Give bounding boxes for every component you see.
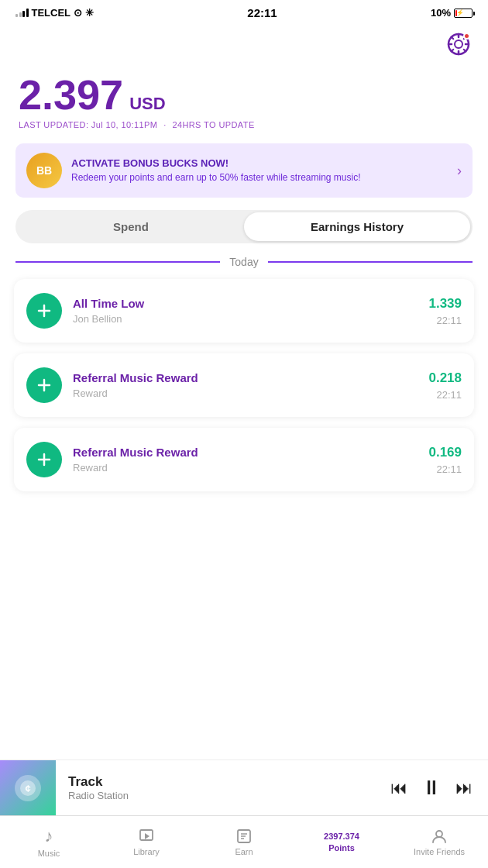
coin-icon: ¢ <box>19 780 36 797</box>
next-button[interactable]: ⏭ <box>455 778 473 798</box>
earn-card-3[interactable]: Referral Music Reward Reward 0.169 22:11 <box>14 428 474 491</box>
track-thumb-icon: ¢ <box>15 775 41 801</box>
svg-line-7 <box>464 50 466 52</box>
tab-spend[interactable]: Spend <box>18 212 244 241</box>
earn-time-3: 22:11 <box>428 463 462 475</box>
status-right: 10% ⚡ <box>431 7 473 19</box>
nav-library-label: Library <box>133 847 160 856</box>
settings-button[interactable] <box>443 29 474 60</box>
points-nav-icon: 2397.374 <box>324 832 359 841</box>
nav-earn[interactable]: Earn <box>195 816 293 868</box>
balance-currency: USD <box>129 94 165 114</box>
status-left: TELCEL ⊙ ✳ <box>15 7 94 19</box>
earn-time-2: 22:11 <box>428 389 462 401</box>
today-label: Today <box>229 256 258 268</box>
status-bar: TELCEL ⊙ ✳ 22:11 10% ⚡ <box>0 0 488 24</box>
nav-points[interactable]: 2397.374 Points <box>293 816 390 868</box>
svg-line-6 <box>452 37 454 40</box>
nav-music-label: Music <box>38 849 60 858</box>
earn-subtitle-1: Jon Bellion <box>73 313 418 325</box>
earn-amount-2: 0.218 <box>428 370 462 386</box>
balance-display: 2.397 USD <box>19 74 469 115</box>
balance-amount: 2.397 <box>19 74 123 115</box>
battery-percent: 10% <box>431 7 451 19</box>
update-info: 24HRS TO UPDATE <box>172 120 254 129</box>
bonus-banner[interactable]: BB ACTIVATE BONUS BUCKS NOW! Redeem your… <box>15 143 473 198</box>
music-nav-icon: ♪ <box>45 826 53 846</box>
svg-line-9 <box>452 50 454 52</box>
plus-icon <box>36 377 53 394</box>
svg-point-24 <box>436 831 442 837</box>
bottom-nav: ♪ Music Library Earn 2397.374 Points <box>0 815 488 868</box>
balance-updated-row: LAST UPDATED: Jul 10, 10:11PM · 24HRS TO… <box>19 120 469 129</box>
now-playing-bar: ¢ Track Radio Station ⏮ ⏸ ⏭ <box>0 760 488 815</box>
svg-marker-19 <box>145 833 149 839</box>
nav-points-label: Points <box>328 843 355 852</box>
bonus-avatar-text: BB <box>36 164 52 177</box>
earn-info-3: Referral Music Reward Reward <box>73 446 418 474</box>
charging-icon: ⚡ <box>456 9 464 16</box>
library-nav-icon <box>138 828 155 845</box>
track-name: Track <box>68 774 378 790</box>
update-separator: · <box>163 120 166 129</box>
plus-icon <box>36 451 53 468</box>
today-divider: Today <box>15 256 473 268</box>
earn-value-3: 0.169 22:11 <box>428 445 462 475</box>
earn-card-2[interactable]: Referral Music Reward Reward 0.218 22:11 <box>14 353 474 417</box>
earn-icon-2 <box>26 367 62 403</box>
nav-invite-label: Invite Friends <box>414 847 465 856</box>
invite-nav-icon <box>431 828 448 845</box>
earn-title-1: All Time Low <box>73 297 418 310</box>
earn-icon-3 <box>26 442 62 477</box>
bonus-title: ACTIVATE BONUS BUCKS NOW! <box>71 157 448 169</box>
balance-section: 2.397 USD LAST UPDATED: Jul 10, 10:11PM … <box>0 63 488 133</box>
chevron-right-icon: › <box>457 163 462 179</box>
divider-line-right <box>268 261 473 263</box>
earn-card-1[interactable]: All Time Low Jon Bellion 1.339 22:11 <box>14 279 474 343</box>
earn-value-2: 0.218 22:11 <box>428 370 462 401</box>
earn-time-1: 22:11 <box>428 315 462 326</box>
bonus-description: Redeem your points and earn up to 50% fa… <box>71 171 448 184</box>
player-controls[interactable]: ⏮ ⏸ ⏭ <box>390 776 488 800</box>
pause-button[interactable]: ⏸ <box>421 776 442 800</box>
tab-toggle: Spend Earnings History <box>15 210 473 243</box>
prev-button[interactable]: ⏮ <box>390 778 407 798</box>
nav-invite[interactable]: Invite Friends <box>390 816 488 868</box>
nav-music[interactable]: ♪ Music <box>0 816 98 868</box>
bonus-text-block: ACTIVATE BONUS BUCKS NOW! Redeem your po… <box>71 157 448 184</box>
track-info: Track Radio Station <box>56 774 390 801</box>
earn-info-1: All Time Low Jon Bellion <box>73 297 418 325</box>
nav-library[interactable]: Library <box>98 816 195 868</box>
svg-text:¢: ¢ <box>25 782 30 794</box>
earn-nav-icon <box>235 828 253 845</box>
earn-title-2: Referral Music Reward <box>73 371 418 384</box>
tab-earnings-history[interactable]: Earnings History <box>244 212 470 241</box>
notification-dot <box>463 33 470 40</box>
status-time: 22:11 <box>247 6 277 19</box>
track-thumbnail: ¢ <box>0 760 56 816</box>
earn-subtitle-3: Reward <box>73 462 418 474</box>
refresh-icon: ✳ <box>85 7 94 19</box>
battery-icon: ⚡ <box>454 9 473 18</box>
earn-icon-1 <box>26 293 62 329</box>
divider-line-left <box>15 261 220 263</box>
earn-title-3: Referral Music Reward <box>73 446 418 459</box>
nav-earn-label: Earn <box>235 847 253 856</box>
earn-amount-1: 1.339 <box>428 296 462 312</box>
wifi-icon: ⊙ <box>74 7 82 19</box>
earn-value-1: 1.339 22:11 <box>428 296 462 326</box>
svg-point-1 <box>455 40 462 48</box>
signal-icon <box>15 9 29 17</box>
last-updated-label: LAST UPDATED: Jul 10, 10:11PM <box>19 120 157 129</box>
earnings-list: All Time Low Jon Bellion 1.339 22:11 Ref… <box>0 279 488 491</box>
earn-info-2: Referral Music Reward Reward <box>73 371 418 399</box>
earn-amount-3: 0.169 <box>428 445 462 460</box>
track-station: Radio Station <box>68 790 378 801</box>
earn-subtitle-2: Reward <box>73 388 418 399</box>
bonus-avatar: BB <box>26 153 62 188</box>
carrier-label: TELCEL <box>32 7 71 19</box>
plus-icon <box>36 302 53 319</box>
